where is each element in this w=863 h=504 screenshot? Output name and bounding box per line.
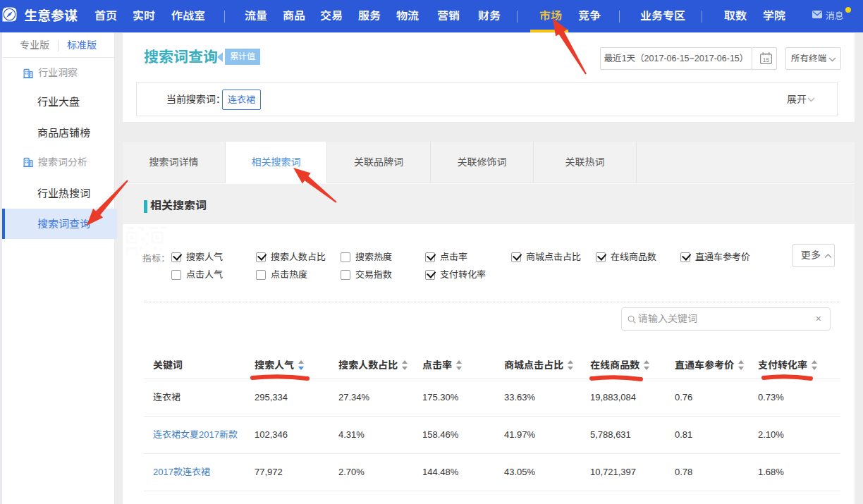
svg-text:15: 15 bbox=[763, 56, 770, 63]
